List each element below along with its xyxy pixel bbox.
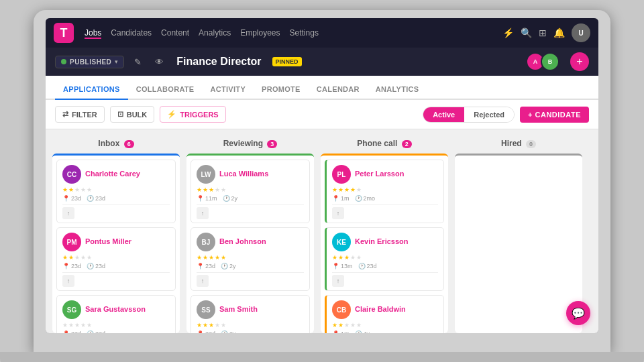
card-top: PM Pontus Miller (62, 233, 170, 251)
star-icon: ★ (68, 322, 74, 328)
star-icon: ★ (209, 322, 214, 328)
clock-icon-group: 🕐 2y (223, 195, 238, 202)
star-icon: ★ (203, 254, 208, 261)
published-dropdown[interactable]: PUBLISHED ▾ (55, 56, 124, 68)
move-icon[interactable]: ↑ (197, 275, 209, 287)
star-icon: ★ (215, 254, 220, 261)
sub-nav: PUBLISHED ▾ ✎ 👁 Finance Director PINNED … (46, 48, 598, 76)
move-icon[interactable]: ↑ (332, 275, 344, 287)
rejected-toggle[interactable]: Rejected (464, 107, 514, 122)
move-icon[interactable]: ↑ (62, 275, 74, 287)
col-count-reviewing: 3 (267, 140, 277, 148)
time-icon-group: 📍 23d (62, 330, 81, 333)
time1-value: 23d (205, 330, 215, 333)
nav-jobs[interactable]: Jobs (85, 27, 101, 39)
nav-settings[interactable]: Settings (290, 27, 319, 39)
location-icon: 📍 (197, 263, 204, 269)
nav-content[interactable]: Content (161, 27, 189, 39)
star-icon: ★ (221, 322, 226, 328)
card-top: KE Kevin Ericsson (332, 233, 438, 251)
col-title-reviewing: Reviewing (223, 139, 263, 148)
kanban-board: Inbox 6 CC Charlotte Carey ★★★★★ 📍 23d 🕐 (46, 129, 598, 333)
bulk-button[interactable]: ⊡ BULK (110, 106, 155, 123)
candidate-card[interactable]: CC Charlotte Carey ★★★★★ 📍 23d 🕐 23d (56, 160, 176, 223)
clock-icon-group: 🕐 23d (87, 195, 105, 202)
grid-icon[interactable]: ⊞ (539, 27, 547, 38)
filter-button[interactable]: ⇄ FILTER (55, 106, 105, 123)
location-icon: 📍 (332, 195, 339, 202)
nav-candidates[interactable]: Candidates (111, 27, 152, 39)
time-icon-group: 📍 23d (197, 330, 215, 333)
col-header-hired: Hired 0 (455, 136, 582, 154)
star-icon: ★ (80, 186, 86, 193)
time2-value: 23d (95, 195, 105, 202)
candidate-card[interactable]: KE Kevin Ericsson ★★★★★ 📍 13m 🕐 23d (325, 227, 444, 291)
card-top: LW Luca Williams (197, 165, 304, 184)
user-avatar[interactable]: U (572, 23, 590, 42)
candidate-card[interactable]: SG Sara Gustavsson ★★★★★ 📍 23d 🕐 23d (56, 295, 176, 333)
col-count-phone-call: 2 (402, 140, 412, 148)
time1-value: 11m (205, 195, 217, 202)
move-icon[interactable]: ↑ (62, 207, 74, 219)
laptop-screen: T Jobs Candidates Content Analytics Empl… (46, 18, 598, 333)
bell-icon[interactable]: 🔔 (553, 27, 565, 38)
star-icon: ★ (356, 254, 362, 261)
card-top: BJ Ben Johnson (197, 233, 304, 251)
candidate-card[interactable]: PL Peter Larsson ★★★★★ 📍 1m 🕐 2mo (325, 160, 444, 223)
candidate-card[interactable]: LW Luca Williams ★★★★★ 📍 11m 🕐 2y (191, 160, 310, 223)
star-icon: ★ (80, 254, 86, 261)
time-icon-group: 📍 11m (197, 195, 217, 202)
candidate-card[interactable]: PM Pontus Miller ★★★★★ 📍 23d 🕐 23d (56, 227, 176, 291)
tab-promote[interactable]: PROMOTE (254, 80, 309, 100)
clock-icon-group: 🕐 23d (358, 263, 377, 269)
candidate-card[interactable]: CB Claire Baldwin ★★★★★ 📍 1m 🕐 4y (325, 295, 444, 333)
edit-icon[interactable]: ✎ (131, 56, 145, 68)
logo[interactable]: T (54, 23, 74, 43)
tab-bar: APPLICATIONS COLLABORATE ACTIVITY PROMOT… (46, 76, 598, 100)
col-title-inbox: Inbox (98, 139, 119, 148)
time2-value: 2y (229, 263, 236, 269)
col-count-hired: 0 (526, 140, 536, 148)
active-toggle[interactable]: Active (423, 107, 464, 122)
clock-icon-group: 🕐 23d (87, 263, 105, 269)
kanban-col-hired: Hired 0 (455, 136, 582, 333)
star-icon: ★ (332, 254, 337, 261)
clock-icon: 🕐 (87, 263, 94, 269)
page-title: Finance Director (176, 56, 261, 68)
tab-analytics[interactable]: ANALYTICS (368, 80, 427, 100)
star-icon: ★ (209, 186, 214, 193)
clock-icon: 🕐 (87, 330, 94, 333)
laptop-frame: T Jobs Candidates Content Analytics Empl… (34, 10, 610, 352)
col-body-hired (455, 154, 582, 333)
star-icon: ★ (68, 186, 74, 193)
bulk-icon: ⊡ (117, 110, 123, 119)
move-icon[interactable]: ↑ (332, 207, 344, 219)
tab-collaborate[interactable]: COLLABORATE (128, 80, 203, 100)
chat-bubble[interactable]: 💬 (566, 301, 590, 325)
star-icon: ★ (344, 186, 350, 193)
candidate-name: Ben Johnson (219, 237, 266, 246)
candidate-card[interactable]: SS Sam Smith ★★★★★ 📍 23d 🕐 2y ↑ (191, 295, 310, 333)
search-icon[interactable]: 🔍 (521, 27, 532, 38)
col-header-phone-call: Phone call 2 (321, 136, 448, 154)
candidate-card[interactable]: BJ Ben Johnson ★★★★★ 📍 23d 🕐 2y (191, 227, 310, 291)
candidate-meta: 📍 23d 🕐 2y (197, 330, 304, 333)
star-icon: ★ (74, 254, 80, 261)
time2-value: 4y (364, 330, 370, 333)
triggers-button[interactable]: ⚡ TRIGGERS (160, 106, 225, 123)
nav-analytics[interactable]: Analytics (199, 27, 231, 39)
candidate-meta: 📍 23d 🕐 23d (62, 263, 170, 269)
candidate-meta: 📍 23d 🕐 2y (197, 263, 304, 269)
lightning-icon[interactable]: ⚡ (502, 27, 514, 38)
nav-employees[interactable]: Employees (240, 27, 280, 39)
add-member-button[interactable]: + (570, 52, 589, 71)
add-candidate-button[interactable]: + CANDIDATE (520, 107, 589, 123)
tab-applications[interactable]: APPLICATIONS (55, 80, 128, 100)
eye-icon[interactable]: 👁 (152, 56, 167, 68)
star-icon: ★ (350, 254, 356, 261)
tab-activity[interactable]: ACTIVITY (203, 80, 254, 100)
clock-icon-group: 🕐 2mo (355, 195, 376, 202)
time1-value: 23d (71, 330, 81, 333)
move-icon[interactable]: ↑ (197, 207, 209, 219)
tab-calendar[interactable]: CALENDAR (309, 80, 368, 100)
